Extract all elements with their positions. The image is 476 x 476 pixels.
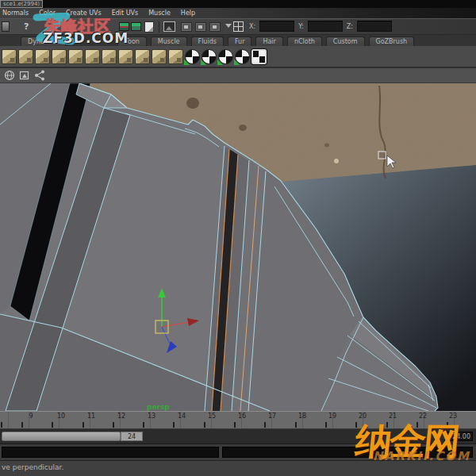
shelf-tab[interactable]: Dynamics [21, 36, 66, 46]
snap-curve-icon[interactable] [195, 22, 206, 32]
share-nodes-icon[interactable] [34, 70, 45, 81]
range-slider-row: 24 24.00 [0, 429, 476, 444]
shelf-tab[interactable]: nCloth [287, 36, 322, 46]
status-line: X: Y: Z: [0, 19, 476, 35]
scene-canvas [0, 83, 476, 411]
command-line-input[interactable] [2, 447, 219, 458]
frame-number: 10 [56, 413, 67, 420]
help-icon[interactable] [24, 21, 33, 32]
shelf-tab[interactable]: Fur [228, 36, 252, 46]
menu-item[interactable]: Color [39, 10, 56, 17]
shelf-tabs: DynamicsToonMuscleFluidsFurHairnClothCus… [0, 35, 476, 46]
shelf-tab[interactable]: Muscle [151, 36, 187, 46]
time-slider[interactable]: 91011121314151617181920212223 [0, 411, 476, 429]
z-field[interactable] [357, 21, 392, 32]
poly-tool-icon[interactable] [35, 49, 50, 64]
poly-tool-icon[interactable] [152, 49, 167, 64]
x-field[interactable] [259, 21, 294, 32]
menu-item[interactable]: Normals [2, 10, 29, 17]
poly-tool-icon[interactable] [52, 49, 67, 64]
frame-ticks [0, 422, 476, 428]
poly-tool-icon[interactable] [102, 49, 117, 64]
poly-tool-icon[interactable] [168, 49, 183, 64]
coordinate-fields: X: Y: Z: [249, 21, 392, 32]
command-line-row [0, 444, 476, 460]
frame-number: 19 [327, 413, 338, 420]
poly-tool-icon[interactable] [18, 49, 33, 64]
maya-application-window: sce1.e(2994) NormalsColorCreate UVsEdit … [0, 0, 476, 476]
render-layer-icon-2[interactable] [131, 22, 141, 31]
camera-label[interactable]: persp [147, 403, 170, 411]
y-field[interactable] [308, 21, 343, 32]
poly-tool-icon[interactable] [68, 49, 83, 64]
menu-item[interactable]: Edit UVs [112, 10, 139, 17]
clipboard-icon[interactable] [144, 21, 154, 33]
image-plane-icon[interactable] [163, 21, 175, 32]
menu-item[interactable]: Muscle [148, 10, 171, 17]
frame-number: 22 [417, 413, 428, 420]
uv-checker-icon[interactable] [235, 49, 250, 64]
snap-grid-icon[interactable] [181, 22, 192, 32]
frame-number: 20 [357, 413, 368, 420]
caret-down-icon[interactable] [225, 24, 232, 28]
snap-point-icon[interactable] [209, 22, 221, 32]
snapshot-icon[interactable] [19, 70, 30, 81]
grid-sphere-icon[interactable] [4, 70, 15, 81]
frame-number: 12 [116, 413, 127, 420]
frame-number: 13 [146, 413, 157, 420]
frame-number: 9 [25, 413, 36, 420]
shelf-tab[interactable]: Custom [326, 36, 365, 46]
menu-item[interactable]: Help [181, 10, 195, 17]
frame-number: 17 [267, 413, 278, 420]
uv-checker-icon[interactable] [202, 49, 217, 64]
y-field-label: Y: [298, 23, 304, 30]
shelf-tab[interactable]: GoZBrush [369, 36, 415, 46]
frame-numbers: 91011121314151617181920212223 [0, 413, 476, 420]
z-field-label: Z: [347, 23, 353, 30]
frame-number: 15 [206, 413, 217, 420]
viewport-3d-scene[interactable]: persp [0, 83, 476, 411]
frame-number: 14 [176, 413, 187, 420]
shelf-icons [0, 46, 476, 68]
poly-tool-icon[interactable] [85, 49, 100, 64]
poly-tool-icon[interactable] [135, 49, 150, 64]
viewport-toolbar [0, 68, 476, 83]
shelf-tab[interactable]: Toon [117, 36, 146, 46]
window-title-bar: sce1.e(2994) [0, 0, 476, 8]
separator [159, 21, 159, 33]
window-title: sce1.e(2994) [0, 0, 43, 8]
crosshair-box-icon[interactable] [233, 21, 244, 32]
range-slider-bar[interactable] [2, 432, 121, 441]
menu-item[interactable]: Create UVs [66, 10, 102, 17]
frame-number: 23 [447, 413, 459, 420]
poly-tool-icon[interactable] [2, 49, 17, 64]
goz-checker-icon[interactable] [251, 49, 267, 64]
uv-checker-icon[interactable] [218, 49, 233, 64]
help-line: ve perpendicular. [0, 460, 476, 476]
x-field-label: X: [249, 23, 255, 30]
magnet-grid-icon[interactable] [2, 21, 10, 32]
end-time-field[interactable]: 24.00 [444, 432, 473, 441]
uv-checker-icon[interactable] [185, 49, 200, 64]
frame-number: 21 [387, 413, 398, 420]
menu-bar: NormalsColorCreate UVsEdit UVsMuscleHelp [0, 8, 476, 19]
frame-number: 16 [236, 413, 248, 420]
range-end-handle[interactable]: 24 [121, 432, 143, 441]
frame-number: 11 [86, 413, 97, 420]
poly-tool-icon[interactable] [118, 49, 133, 64]
frame-number: 18 [297, 413, 308, 420]
command-line-results[interactable] [222, 447, 473, 458]
render-layer-icon[interactable] [119, 22, 129, 31]
shelf-tab[interactable]: Hair [255, 36, 282, 46]
shelf-tab[interactable]: Fluids [191, 36, 224, 46]
